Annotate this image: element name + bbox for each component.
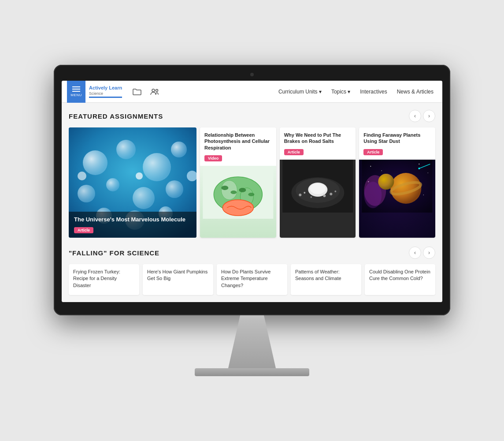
svg-point-3 [83,150,107,175]
svg-point-21 [221,186,228,190]
svg-point-36 [323,194,326,197]
falling-cards: Frying Frozen Turkey: Recipe for a Densi… [69,264,435,295]
assignment-card-photosynthesis[interactable]: Relationship Between Photosynthesis and … [200,127,276,238]
falling-card-title-4: Could Disabling One Protein Cure the Com… [369,269,431,282]
svg-point-40 [419,164,420,164]
curriculum-units-link[interactable]: Curriculum Units ▾ [275,87,325,97]
svg-point-43 [423,194,424,195]
monitor-wrapper: MENU Actively Learn Science [54,65,450,376]
falling-card-4[interactable]: Could Disabling One Protein Cure the Com… [365,264,435,295]
hero-badge: Article [74,227,93,233]
card-top-3: Finding Faraway Planets Using Star Dust … [359,127,435,160]
falling-nav-arrows: ‹ › [409,247,435,259]
svg-point-6 [171,142,187,157]
falling-next-arrow[interactable]: › [423,247,435,259]
topics-link[interactable]: Topics ▾ [328,87,354,97]
falling-card-0[interactable]: Frying Frozen Turkey: Recipe for a Densi… [69,264,139,295]
monitor-base [195,368,309,376]
svg-point-31 [299,194,301,196]
falling-card-1[interactable]: Here's How Giant Pumpkins Get So Big [143,264,213,295]
svg-point-45 [364,182,382,208]
falling-card-title-0: Frying Frozen Turkey: Recipe for a Densi… [73,269,135,289]
assignment-cards: Relationship Between Photosynthesis and … [200,127,435,238]
main-content: FEATURED ASSIGNMENTS ‹ › [62,103,442,302]
menu-label: MENU [70,93,82,97]
falling-card-3[interactable]: Patterns of Weather: Seasons and Climate [291,264,361,295]
svg-point-41 [428,172,429,173]
featured-nav-arrows: ‹ › [409,110,435,122]
news-articles-link[interactable]: News & Articles [393,87,437,97]
card-badge-2: Article [284,149,304,155]
hamburger-icon [72,86,80,87]
svg-point-4 [116,140,136,159]
card-image-3 [359,160,435,238]
falling-card-title-2: How Do Plants Survive Extreme Temperatur… [221,269,283,289]
menu-button[interactable]: MENU [67,81,85,103]
falling-section: "FALLING" FOR SCIENCE ‹ › Frying Frozen … [69,247,435,295]
svg-point-22 [230,191,237,194]
hero-overlay: The Universe's Most Marvelous Molecule A… [69,212,196,238]
svg-point-19 [221,180,237,200]
featured-hero-card[interactable]: The Universe's Most Marvelous Molecule A… [69,127,196,238]
monitor-body: MENU Actively Learn Science [54,65,450,315]
hamburger-icon [72,89,80,90]
svg-point-50 [419,168,420,169]
camera-dot [250,73,254,76]
card-title-3: Finding Faraway Planets Using Star Dust [363,132,431,145]
card-title-1: Relationship Between Photosynthesis and … [204,132,272,151]
card-top-2: Why We Need to Put The Brakes on Road Sa… [280,127,356,160]
featured-next-arrow[interactable]: › [423,110,435,122]
featured-header: FEATURED ASSIGNMENTS ‹ › [69,110,435,122]
svg-point-35 [310,196,312,198]
svg-point-1 [156,89,158,91]
svg-point-33 [330,193,332,195]
monitor-screen: MENU Actively Learn Science [62,81,442,302]
card-image-1 [200,166,276,238]
svg-point-23 [239,188,246,192]
card-title-2: Why We Need to Put The Brakes on Road Sa… [284,132,352,145]
svg-point-34 [334,191,336,192]
svg-point-30 [310,183,326,194]
svg-point-7 [78,185,95,202]
card-badge-1: Video [204,155,222,161]
brand-logo[interactable]: Actively Learn Science [89,85,122,97]
svg-point-32 [304,192,305,194]
svg-point-38 [371,166,371,167]
card-top-1: Relationship Between Photosynthesis and … [200,127,276,166]
brand-name: Actively Learn [89,85,122,91]
featured-prev-arrow[interactable]: ‹ [409,110,421,122]
falling-card-title-3: Patterns of Weather: Seasons and Climate [295,269,357,282]
svg-point-16 [78,172,86,180]
svg-point-0 [152,89,155,92]
svg-point-5 [143,153,171,181]
assignment-card-planets[interactable]: Finding Faraway Planets Using Star Dust … [359,127,435,238]
card-image-2 [280,160,356,238]
falling-prev-arrow[interactable]: ‹ [409,247,421,259]
app-nav: MENU Actively Learn Science [62,81,442,103]
hero-title: The Universe's Most Marvelous Molecule [74,216,191,223]
svg-point-8 [106,178,119,191]
svg-point-24 [248,193,254,196]
featured-grid: The Universe's Most Marvelous Molecule A… [69,127,435,238]
falling-header: "FALLING" FOR SCIENCE ‹ › [69,247,435,259]
svg-point-10 [166,180,183,198]
falling-card-title-1: Here's How Giant Pumpkins Get So Big [147,269,209,282]
svg-point-14 [136,172,143,179]
people-icon[interactable] [148,86,161,98]
falling-title: "FALLING" FOR SCIENCE [69,249,409,257]
nav-links: Curriculum Units ▾ Topics ▾ Interactives… [275,87,437,97]
svg-point-48 [378,174,394,190]
card-badge-3: Article [363,149,383,155]
featured-title: FEATURED ASSIGNMENTS [69,112,409,120]
monitor-stand [212,315,292,368]
folder-icon[interactable] [131,86,143,98]
svg-point-39 [382,170,382,171]
featured-section: FEATURED ASSIGNMENTS ‹ › [69,110,435,238]
falling-card-2[interactable]: How Do Plants Survive Extreme Temperatur… [217,264,287,295]
brand-sub: Science [89,91,122,96]
svg-point-9 [133,187,155,209]
hamburger-icon [72,91,80,92]
interactives-link[interactable]: Interactives [356,87,390,97]
assignment-card-road-salts[interactable]: Why We Need to Put The Brakes on Road Sa… [280,127,356,238]
